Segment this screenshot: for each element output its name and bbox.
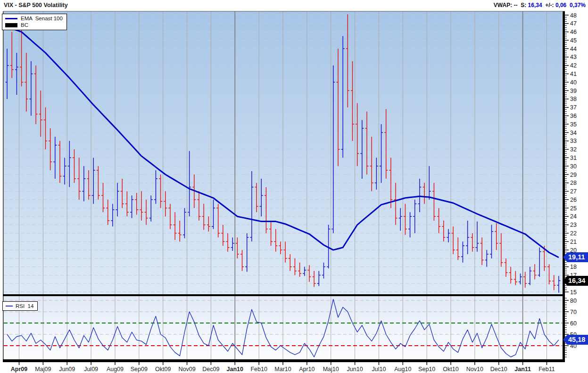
- rsi-line-swatch-icon: [6, 306, 13, 307]
- svg-text:Sep10: Sep10: [418, 366, 435, 373]
- svg-text:33: 33: [570, 138, 577, 144]
- main-legend: EMA Senast 100 BC: [2, 14, 67, 30]
- svg-text:48: 48: [570, 12, 577, 19]
- bc-swatch-icon: [5, 23, 17, 27]
- svg-text:18: 18: [570, 264, 577, 270]
- svg-text:30: 30: [570, 163, 577, 170]
- svg-text:28: 28: [570, 180, 577, 186]
- svg-text:40: 40: [570, 79, 577, 86]
- svg-text:32: 32: [570, 146, 577, 153]
- legend-ema-label: EMA Senast 100: [21, 15, 63, 22]
- rsi-legend: RSI 14: [2, 301, 38, 311]
- svg-text:Feb11: Feb11: [538, 366, 555, 373]
- svg-text:43: 43: [570, 54, 577, 60]
- svg-text:29: 29: [570, 172, 577, 178]
- svg-text:Maj09: Maj09: [35, 366, 51, 373]
- svg-text:39: 39: [570, 88, 577, 94]
- svg-text:Feb10: Feb10: [250, 366, 267, 373]
- legend-bc-row: BC: [5, 22, 63, 28]
- rsi-y-axis: 4050607080: [565, 298, 577, 357]
- svg-text:31: 31: [570, 155, 577, 161]
- svg-text:70: 70: [570, 309, 577, 315]
- svg-text:Dec10: Dec10: [490, 366, 507, 373]
- svg-text:38: 38: [570, 96, 577, 102]
- svg-text:60: 60: [570, 320, 577, 327]
- svg-text:Nov10: Nov10: [466, 366, 483, 373]
- svg-text:Jan10: Jan10: [227, 366, 243, 373]
- svg-text:37: 37: [570, 104, 577, 111]
- svg-text:22: 22: [570, 230, 577, 237]
- svg-text:25: 25: [570, 205, 577, 212]
- svg-text:Jul10: Jul10: [372, 366, 386, 373]
- svg-text:Aug09: Aug09: [107, 366, 124, 373]
- svg-text:Maj10: Maj10: [323, 366, 339, 373]
- svg-text:34: 34: [570, 130, 577, 136]
- svg-text:24: 24: [570, 213, 577, 220]
- svg-text:Okt10: Okt10: [443, 366, 458, 373]
- svg-text:Mar10: Mar10: [274, 366, 291, 373]
- svg-text:Okt09: Okt09: [155, 366, 171, 373]
- svg-text:46: 46: [570, 29, 577, 35]
- svg-text:Jun10: Jun10: [347, 366, 363, 373]
- svg-text:44: 44: [570, 46, 577, 52]
- svg-text:Jul09: Jul09: [84, 366, 98, 373]
- svg-text:36: 36: [570, 113, 577, 119]
- svg-text:41: 41: [570, 71, 577, 77]
- rsi-value-tag: 45,18: [563, 335, 588, 345]
- svg-text:15: 15: [570, 289, 577, 296]
- legend-rsi-label: RSI 14: [16, 303, 33, 309]
- x-axis: Apr09Maj09Jun09Jul09Aug09Sep09Okt09Nov09…: [11, 362, 555, 373]
- legend-ema-row: EMA Senast 100: [5, 15, 63, 22]
- svg-text:26: 26: [570, 197, 577, 203]
- svg-text:Aug10: Aug10: [394, 366, 411, 373]
- svg-text:35: 35: [570, 121, 577, 128]
- last-price-tag: 16,34: [563, 276, 588, 286]
- svg-text:47: 47: [570, 20, 577, 27]
- svg-text:42: 42: [570, 62, 577, 69]
- svg-text:21: 21: [570, 239, 577, 245]
- ema-line-swatch-icon: [5, 18, 17, 19]
- legend-rsi-row: RSI 14: [6, 303, 33, 309]
- chart-window: VIX - S&P 500 Volatility VWAP: -- S: 16,…: [0, 0, 588, 373]
- svg-text:Apr10: Apr10: [299, 366, 315, 373]
- svg-text:Jan11: Jan11: [514, 366, 531, 373]
- legend-bc-label: BC: [21, 22, 28, 28]
- svg-text:Sep09: Sep09: [131, 366, 148, 373]
- svg-text:45: 45: [570, 37, 577, 44]
- svg-text:Jun09: Jun09: [59, 366, 75, 373]
- chart-canvas[interactable]: 1516171819202122232425262728293031323334…: [0, 0, 588, 373]
- svg-text:23: 23: [570, 222, 577, 228]
- svg-text:Apr09: Apr09: [11, 366, 27, 373]
- svg-text:Dec09: Dec09: [202, 366, 219, 373]
- ema-value-tag: 19,11: [563, 252, 588, 262]
- svg-text:80: 80: [570, 298, 577, 304]
- svg-text:Nov09: Nov09: [178, 366, 195, 373]
- svg-text:27: 27: [570, 188, 577, 195]
